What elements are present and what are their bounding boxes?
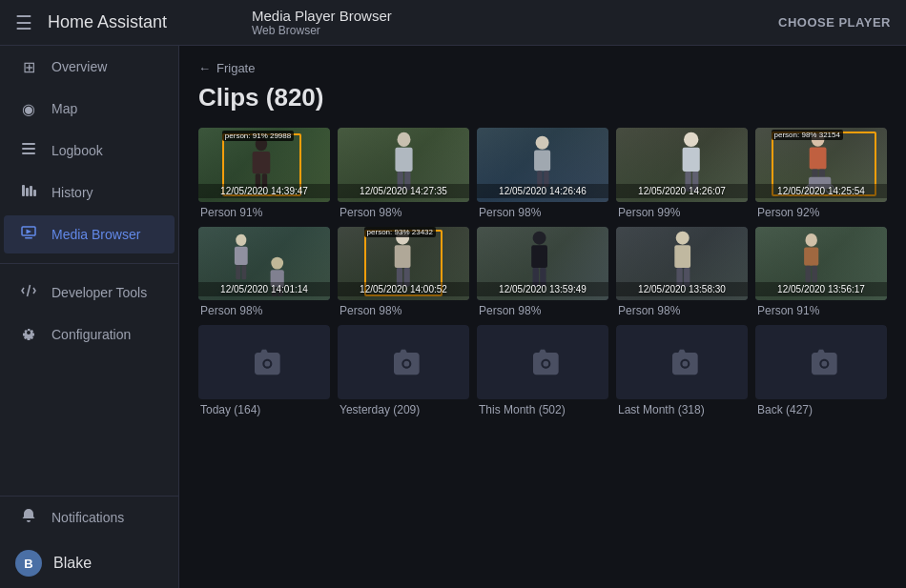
clip-label: Person 98% (477, 202, 608, 219)
sidebar-item-label: History (51, 185, 93, 200)
svg-rect-55 (804, 248, 818, 266)
folder-card-yesterday[interactable]: Yesterday (209) (338, 325, 469, 416)
layout: ⊞ Overview ◉ Map Logbook (0, 46, 906, 588)
app-title: Home Assistant (48, 12, 167, 32)
sidebar-item-media-browser[interactable]: Media Browser (4, 215, 175, 253)
clip-card[interactable]: 12/05/2020 14:01:14 Person 98% (198, 227, 330, 318)
configuration-icon (19, 325, 38, 344)
breadcrumb-arrow: ← (198, 61, 211, 75)
svg-line-10 (28, 285, 31, 296)
clip-label: Person 98% (477, 300, 608, 317)
folder-label: Last Month (318) (616, 399, 748, 416)
svg-rect-1 (22, 148, 35, 150)
clip-label: Person 98% (198, 300, 330, 317)
svg-rect-4 (26, 188, 29, 196)
header: ☰ Home Assistant Media Player Browser We… (0, 0, 906, 46)
svg-point-60 (543, 361, 548, 367)
svg-rect-56 (805, 266, 811, 283)
folder-label: This Month (502) (477, 399, 608, 416)
svg-rect-24 (683, 148, 700, 172)
sidebar-user[interactable]: B Blake (0, 538, 178, 588)
header-left: ☰ Home Assistant (15, 11, 195, 34)
svg-point-15 (397, 132, 410, 147)
developer-tools-icon (19, 283, 38, 302)
camera-icon (198, 325, 330, 399)
folder-card-this-month[interactable]: This Month (502) (477, 325, 608, 416)
main-content: ← Frigate Clips (820) (179, 46, 906, 588)
sidebar-item-label: Configuration (51, 327, 131, 342)
overview-icon: ⊞ (19, 58, 38, 76)
sidebar-item-notifications[interactable]: Notifications (4, 498, 175, 537)
clip-card[interactable]: 12/05/2020 13:59:49 Person 98% (477, 227, 608, 318)
svg-rect-35 (235, 247, 248, 265)
sidebar-item-label: Developer Tools (51, 285, 147, 300)
sidebar: ⊞ Overview ◉ Map Logbook (0, 46, 179, 588)
map-icon: ◉ (19, 100, 38, 118)
svg-point-19 (536, 136, 549, 150)
avatar: B (15, 550, 42, 577)
folder-card-back[interactable]: Back (427) (755, 325, 887, 416)
svg-rect-37 (241, 265, 246, 279)
sidebar-item-configuration[interactable]: Configuration (4, 315, 175, 354)
folder-label: Yesterday (209) (338, 399, 469, 416)
clip-timestamp: 12/05/2020 14:26:07 (616, 184, 748, 198)
clip-label: Person 92% (755, 202, 887, 219)
svg-rect-16 (395, 148, 412, 172)
clip-card[interactable]: 12/05/2020 13:58:30 Person 98% (616, 227, 748, 318)
sidebar-item-history[interactable]: History (4, 173, 175, 212)
folder-card-today[interactable]: Today (164) (198, 325, 330, 416)
camera-icon (616, 325, 748, 399)
folder-label: Back (427) (755, 399, 887, 416)
breadcrumb[interactable]: ← Frigate (198, 61, 887, 75)
clip-timestamp: 12/05/2020 14:01:14 (198, 282, 330, 296)
clip-label: Person 98% (338, 300, 469, 317)
sidebar-item-developer-tools[interactable]: Developer Tools (4, 274, 175, 312)
clip-timestamp: 12/05/2020 13:59:49 (477, 282, 608, 296)
svg-rect-36 (236, 265, 240, 279)
svg-point-59 (403, 361, 409, 367)
sidebar-item-overview[interactable]: ⊞ Overview (4, 48, 175, 86)
clip-label: Person 91% (755, 300, 887, 317)
sidebar-item-label: Logbook (51, 143, 103, 158)
clip-timestamp: 12/05/2020 14:27:35 (338, 184, 469, 198)
sidebar-bottom: Notifications B Blake (0, 496, 178, 588)
choose-player-button[interactable]: CHOOSE PLAYER (778, 15, 891, 30)
clip-card[interactable]: person: 93% 23432 12/05/2020 14:00:52 Pe… (338, 227, 469, 318)
clip-card[interactable]: 12/05/2020 13:56:17 Person 91% (755, 227, 887, 318)
breadcrumb-label: Frigate (216, 61, 255, 75)
clip-card[interactable]: person: 98% 32154 12/05/2020 14:25:54 Pe… (755, 128, 887, 219)
folder-card-last-month[interactable]: Last Month (318) (616, 325, 748, 416)
svg-rect-51 (674, 245, 690, 268)
clip-label: Person 99% (616, 202, 748, 219)
svg-rect-57 (812, 266, 817, 283)
clip-timestamp: 12/05/2020 13:56:17 (755, 282, 887, 296)
svg-marker-8 (27, 230, 32, 234)
svg-point-34 (236, 234, 246, 246)
clip-card[interactable]: 12/05/2020 14:26:07 Person 99% (616, 128, 748, 219)
media-browser-icon (19, 225, 38, 244)
sidebar-item-map[interactable]: ◉ Map (4, 90, 175, 128)
header-center: Media Player Browser Web Browser (195, 8, 778, 37)
sidebar-item-label: Overview (51, 59, 107, 74)
svg-point-50 (675, 231, 689, 244)
history-icon (19, 183, 38, 202)
camera-icon (338, 325, 469, 399)
sidebar-item-label: Media Browser (51, 227, 140, 242)
media-player-sub: Web Browser (252, 24, 778, 37)
svg-rect-0 (22, 143, 35, 145)
notifications-icon (19, 508, 38, 527)
clip-timestamp: 12/05/2020 14:25:54 (755, 184, 887, 198)
menu-icon[interactable]: ☰ (15, 11, 32, 34)
svg-rect-9 (25, 237, 32, 239)
clip-card[interactable]: person: 91% 29988 12/05/2020 14:39:47 Pe… (198, 128, 330, 219)
clip-card[interactable]: 12/05/2020 14:27:35 Person 98% (338, 128, 469, 219)
svg-rect-3 (22, 185, 25, 196)
media-player-title: Media Player Browser (252, 8, 778, 24)
clips-grid: person: 91% 29988 12/05/2020 14:39:47 Pe… (198, 128, 887, 416)
sidebar-item-logbook[interactable]: Logbook (4, 132, 175, 170)
svg-point-61 (682, 361, 688, 367)
clip-card[interactable]: 12/05/2020 14:26:46 Person 98% (477, 128, 608, 219)
svg-rect-20 (534, 150, 550, 171)
camera-icon (477, 325, 608, 399)
svg-point-58 (264, 361, 270, 367)
